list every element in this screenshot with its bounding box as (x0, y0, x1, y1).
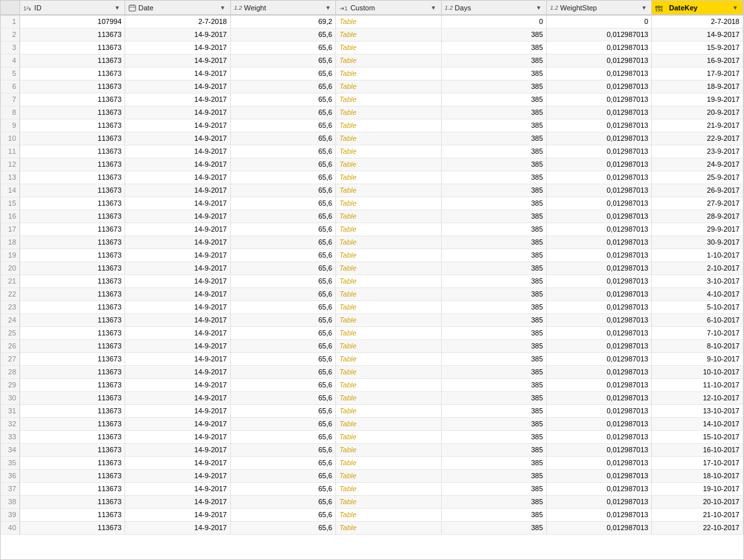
cell-custom[interactable]: Table (336, 274, 441, 287)
cell-custom[interactable]: Table (336, 145, 441, 158)
cell-custom[interactable]: Table (336, 287, 441, 300)
cell-custom[interactable]: Table (336, 469, 441, 482)
cell-custom[interactable]: Table (336, 391, 441, 404)
row-number: 3 (1, 41, 19, 54)
cell-weightstep: 0,012987013 (547, 106, 652, 119)
cell-custom[interactable]: Table (336, 365, 441, 378)
cell-weight: 65,6 (230, 132, 335, 145)
svg-rect-1 (129, 5, 136, 11)
cell-custom[interactable]: Table (336, 171, 441, 184)
cell-custom[interactable]: Table (336, 80, 441, 93)
filter-btn-id[interactable]: ▼ (113, 5, 121, 11)
cell-weightstep: 0 (547, 15, 652, 28)
cell-id: 113673 (19, 404, 125, 417)
col-header-days[interactable]: 1.2Days▼ (441, 1, 546, 15)
cell-custom[interactable]: Table (336, 326, 441, 339)
cell-custom[interactable]: Table (336, 521, 441, 534)
row-number: 36 (1, 469, 19, 482)
cell-custom[interactable]: Table (336, 300, 441, 313)
cell-custom[interactable]: Table (336, 223, 441, 236)
cell-days: 385 (441, 352, 546, 365)
cell-custom[interactable]: Table (336, 197, 441, 210)
cell-custom[interactable]: Table (336, 236, 441, 249)
cell-custom[interactable]: Table (336, 210, 441, 223)
cell-custom[interactable]: Table (336, 28, 441, 41)
col-header-weight[interactable]: 1.2Weight▼ (230, 1, 335, 15)
table-row: 4011367314-9-201765,6Table3850,012987013… (1, 521, 743, 534)
cell-custom[interactable]: Table (336, 482, 441, 495)
cell-date: 14-9-2017 (125, 482, 230, 495)
cell-custom[interactable]: Table (336, 339, 441, 352)
cell-weight: 65,6 (230, 171, 335, 184)
cell-date: 14-9-2017 (125, 210, 230, 223)
cell-datekey: 17-10-2017 (652, 456, 743, 469)
cell-datekey: 1-10-2017 (652, 249, 743, 262)
cell-custom[interactable]: Table (336, 41, 441, 54)
cell-custom[interactable]: Table (336, 67, 441, 80)
cell-date: 14-9-2017 (125, 521, 230, 534)
col-header-weightstep[interactable]: 1.2WeightStep▼ (547, 1, 652, 15)
cell-custom[interactable]: Table (336, 430, 441, 443)
cell-custom[interactable]: Table (336, 249, 441, 262)
cell-custom[interactable]: Table (336, 106, 441, 119)
cell-days: 385 (441, 223, 546, 236)
cell-days: 385 (441, 262, 546, 274)
cell-days: 385 (441, 210, 546, 223)
cell-custom[interactable]: Table (336, 404, 441, 417)
cell-custom[interactable]: Table (336, 443, 441, 456)
cell-custom[interactable]: Table (336, 495, 441, 508)
cell-date: 14-9-2017 (125, 28, 230, 41)
cell-custom[interactable]: Table (336, 456, 441, 469)
row-number: 29 (1, 378, 19, 391)
filter-btn-datekey[interactable]: ▼ (731, 5, 739, 11)
cell-weight: 65,6 (230, 262, 335, 274)
cell-custom[interactable]: Table (336, 158, 441, 171)
cell-datekey: 14-10-2017 (652, 417, 743, 430)
row-number: 24 (1, 313, 19, 326)
col-header-id[interactable]: 1²₃ID▼ (19, 1, 125, 15)
cell-custom[interactable]: Table (336, 15, 441, 28)
cell-custom[interactable]: Table (336, 119, 441, 132)
cell-id: 113673 (19, 391, 125, 404)
col-header-date[interactable]: Date▼ (125, 1, 230, 15)
cell-custom[interactable]: Table (336, 132, 441, 145)
filter-btn-custom[interactable]: ▼ (429, 5, 438, 11)
cell-custom[interactable]: Table (336, 378, 441, 391)
cell-custom[interactable]: Table (336, 313, 441, 326)
cell-weight: 65,6 (230, 352, 335, 365)
filter-btn-weightstep[interactable]: ▼ (640, 5, 649, 11)
cell-datekey: 19-9-2017 (652, 93, 743, 106)
col-label-weightstep: WeightStep (560, 4, 640, 12)
cell-custom[interactable]: Table (336, 93, 441, 106)
cell-weight: 65,6 (230, 495, 335, 508)
cell-id: 113673 (19, 313, 125, 326)
filter-btn-date[interactable]: ▼ (219, 5, 227, 11)
cell-custom[interactable]: Table (336, 262, 441, 274)
row-number: 20 (1, 262, 19, 274)
cell-custom[interactable]: Table (336, 54, 441, 67)
filter-btn-weight[interactable]: ▼ (324, 5, 332, 11)
cell-id: 113673 (19, 495, 125, 508)
cell-days: 385 (441, 495, 546, 508)
cell-custom[interactable]: Table (336, 417, 441, 430)
cell-id: 113673 (19, 197, 125, 210)
cell-id: 113673 (19, 80, 125, 93)
cell-custom[interactable]: Table (336, 352, 441, 365)
table-row: 3411367314-9-201765,6Table3850,012987013… (1, 443, 743, 456)
cell-custom[interactable]: Table (336, 508, 441, 521)
cell-days: 385 (441, 197, 546, 210)
cell-weight: 65,6 (230, 274, 335, 287)
cell-weightstep: 0,012987013 (547, 28, 652, 41)
cell-custom[interactable]: Table (336, 184, 441, 197)
col-header-datekey[interactable]: abc123DateKey▼ (652, 1, 743, 15)
row-number: 32 (1, 417, 19, 430)
filter-btn-days[interactable]: ▼ (534, 5, 543, 11)
table-row: 1911367314-9-201765,6Table3850,012987013… (1, 249, 743, 262)
row-number: 37 (1, 482, 19, 495)
col-header-custom[interactable]: ⇥1.2Custom▼ (336, 1, 441, 15)
row-number: 34 (1, 443, 19, 456)
cell-id: 113673 (19, 119, 125, 132)
cell-days: 385 (441, 404, 546, 417)
cell-days: 385 (441, 508, 546, 521)
cell-datekey: 17-9-2017 (652, 67, 743, 80)
